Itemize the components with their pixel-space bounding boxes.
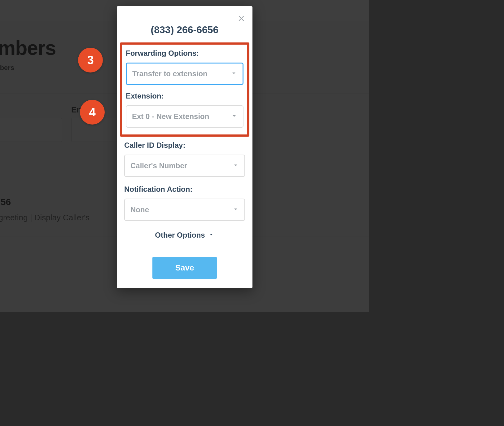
filter-input-number[interactable]: [0, 118, 62, 142]
annotation-badge-4-label: 4: [89, 106, 95, 119]
notification-action-select[interactable]: None: [124, 199, 245, 221]
number-settings-modal: (833) 266-6656 Forwarding Options: Trans…: [117, 6, 252, 288]
chevron-down-icon: [230, 112, 238, 121]
annotation-badge-4: 4: [80, 100, 105, 125]
other-options-toggle[interactable]: Other Options: [124, 231, 245, 239]
annotation-badge-3: 3: [78, 48, 103, 72]
extension-select[interactable]: Ext 0 - New Extension: [126, 105, 243, 128]
extension-label: Extension:: [126, 92, 243, 100]
close-icon: [237, 14, 245, 23]
annotation-badge-3-label: 3: [87, 54, 94, 67]
close-button[interactable]: [236, 13, 247, 24]
chevron-down-icon: [230, 69, 238, 78]
filter-label-number: ber: [0, 105, 62, 115]
save-button[interactable]: Save: [152, 257, 217, 279]
notification-action-label: Notification Action:: [124, 185, 245, 194]
notification-action-value: None: [130, 205, 149, 214]
chevron-down-icon: [232, 161, 239, 170]
caller-id-label: Caller ID Display:: [124, 141, 245, 150]
caller-id-select[interactable]: Caller's Number: [124, 155, 245, 177]
forwarding-options-label: Forwarding Options:: [126, 49, 243, 58]
chevron-down-icon: [232, 205, 239, 214]
chevron-down-icon: [208, 231, 214, 239]
extension-value: Ext 0 - New Extension: [132, 112, 209, 121]
forwarding-options-value: Transfer to extension: [132, 69, 208, 78]
caller-id-value: Caller's Number: [130, 161, 187, 170]
modal-title: (833) 266-6656: [117, 6, 252, 42]
other-options-label: Other Options: [155, 231, 205, 239]
highlighted-section: Forwarding Options: Transfer to extensio…: [120, 42, 249, 137]
forwarding-options-select[interactable]: Transfer to extension: [126, 63, 243, 85]
